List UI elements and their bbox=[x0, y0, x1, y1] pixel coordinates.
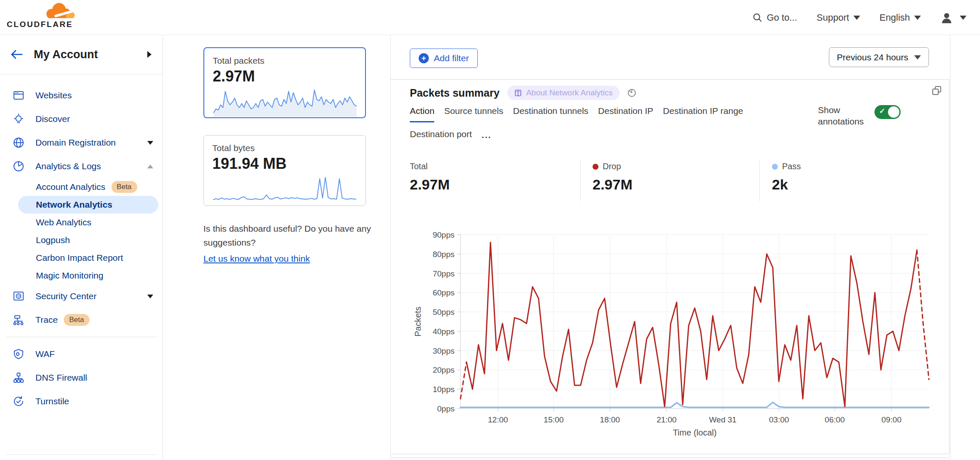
pass-dot bbox=[772, 164, 778, 170]
tab-action[interactable]: Action bbox=[410, 106, 434, 122]
chevron-down-icon bbox=[853, 16, 860, 20]
top-bar: CLOUDFLARE Go to... Support English bbox=[0, 0, 980, 35]
sidebar-item-magic-monitoring[interactable]: Magic Monitoring bbox=[0, 267, 162, 284]
sidebar-item-turnstile[interactable]: Turnstile bbox=[0, 390, 162, 413]
sidebar: My Account Websites Discover Domain Regi… bbox=[0, 35, 163, 460]
svg-text:10pps: 10pps bbox=[433, 385, 455, 394]
sidebar-item-label: Magic Monitoring bbox=[36, 271, 103, 281]
account-header: My Account bbox=[0, 35, 162, 74]
annotations-label: Show annotations bbox=[818, 104, 867, 127]
card-value: 2.97M bbox=[213, 68, 357, 85]
sidebar-item-network-analytics[interactable]: Network Analytics bbox=[18, 196, 158, 214]
sidebar-item-analytics-logs[interactable]: Analytics & Logs bbox=[0, 154, 162, 178]
time-range-label: Previous 24 hours bbox=[837, 52, 908, 62]
chevron-down-icon bbox=[914, 16, 921, 20]
sidebar-divider bbox=[6, 337, 157, 337]
sidebar-spacer bbox=[0, 413, 162, 449]
chevron-up-icon bbox=[147, 165, 153, 168]
refresh-check-icon bbox=[13, 395, 24, 407]
total-packets-card[interactable]: Total packets 2.97M bbox=[203, 47, 366, 118]
svg-text:03:00: 03:00 bbox=[769, 415, 789, 424]
svg-text:09:00: 09:00 bbox=[881, 415, 901, 424]
expand-panel-icon[interactable] bbox=[931, 85, 942, 96]
tab-destination-ip-range[interactable]: Destination IP range bbox=[663, 106, 743, 122]
legend-stats: Total 2.97M Drop 2.97M Pass 2k bbox=[391, 161, 949, 201]
support-menu[interactable]: Support bbox=[817, 12, 860, 23]
time-range-dropdown[interactable]: Previous 24 hours bbox=[829, 47, 929, 67]
cloudflare-logo: CLOUDFLARE bbox=[7, 3, 79, 29]
annotations-toggle[interactable]: ✓ bbox=[874, 105, 901, 119]
sidebar-item-dns-firewall[interactable]: DNS Firewall bbox=[0, 366, 162, 390]
sidebar-item-carbon-impact-report[interactable]: Carbon Impact Report bbox=[0, 249, 162, 267]
chevron-right-icon[interactable] bbox=[147, 51, 152, 58]
hierarchy-icon bbox=[13, 372, 24, 384]
language-label: English bbox=[880, 12, 910, 23]
svg-text:30pps: 30pps bbox=[433, 346, 455, 355]
add-filter-label: Add filter bbox=[434, 53, 469, 63]
chevron-down-icon bbox=[147, 295, 153, 298]
more-tabs-button[interactable]: ... bbox=[482, 129, 492, 144]
main-content: + Add filter Previous 24 hours Packets s… bbox=[390, 35, 980, 460]
sidebar-item-websites[interactable]: Websites bbox=[0, 84, 162, 107]
pie-info-icon[interactable] bbox=[627, 88, 636, 97]
shield-gear-icon bbox=[13, 348, 24, 360]
sidebar-item-domain-registration[interactable]: Domain Registration bbox=[0, 131, 162, 154]
stat-value: 2k bbox=[772, 176, 949, 193]
tab-destination-port[interactable]: Destination port bbox=[410, 129, 472, 144]
sidebar-item-logpush[interactable]: Logpush bbox=[0, 231, 162, 249]
account-menu[interactable] bbox=[940, 12, 966, 24]
network-icon bbox=[13, 314, 24, 326]
svg-text:50pps: 50pps bbox=[433, 308, 455, 317]
bytes-sparkline bbox=[212, 173, 358, 206]
feedback-question: Is this dashboard useful? Do you have an… bbox=[203, 222, 372, 249]
svg-text:80pps: 80pps bbox=[433, 250, 455, 259]
svg-text:06:00: 06:00 bbox=[825, 415, 845, 424]
search-icon bbox=[753, 13, 763, 23]
svg-text:20pps: 20pps bbox=[433, 365, 455, 374]
sidebar-item-account-analytics[interactable]: Account Analytics Beta bbox=[0, 178, 162, 196]
sidebar-item-label: Turnstile bbox=[35, 396, 69, 406]
feedback-block: Is this dashboard useful? Do you have an… bbox=[203, 222, 372, 266]
back-arrow-icon[interactable] bbox=[10, 49, 24, 60]
goto-search[interactable]: Go to... bbox=[753, 12, 797, 23]
feedback-link[interactable]: Let us know what you think bbox=[203, 252, 310, 266]
sidebar-item-label: Trace bbox=[35, 315, 58, 325]
sidebar-item-security-center[interactable]: Security Center bbox=[0, 284, 162, 308]
svg-text:15:00: 15:00 bbox=[544, 415, 564, 424]
account-name[interactable]: My Account bbox=[34, 48, 98, 61]
sidebar-divider bbox=[6, 455, 157, 455]
packets-time-series-chart[interactable]: 0pps10pps20pps30pps40pps50pps60pps70pps8… bbox=[393, 226, 942, 447]
add-filter-button[interactable]: + Add filter bbox=[410, 49, 478, 68]
sidebar-item-web-analytics[interactable]: Web Analytics bbox=[0, 214, 162, 231]
total-bytes-card[interactable]: Total bytes 191.94 MB bbox=[203, 135, 366, 206]
packets-summary-panel: Packets summary About Network Analytics … bbox=[391, 79, 950, 454]
chevron-down-icon bbox=[147, 141, 153, 145]
sidebar-nav: Websites Discover Domain Registration An… bbox=[0, 74, 162, 460]
sidebar-item-discover[interactable]: Discover bbox=[0, 107, 162, 131]
toolbar: + Add filter Previous 24 hours bbox=[410, 49, 929, 68]
browser-icon bbox=[13, 89, 24, 101]
tab-destination-ip[interactable]: Destination IP bbox=[598, 106, 653, 122]
sidebar-item-label: Websites bbox=[35, 90, 72, 100]
svg-text:90pps: 90pps bbox=[433, 230, 455, 239]
svg-text:18:00: 18:00 bbox=[600, 415, 620, 424]
sidebar-item-label: Account Analytics bbox=[36, 182, 106, 192]
about-network-analytics-badge[interactable]: About Network Analytics bbox=[507, 86, 620, 100]
sidebar-item-waf[interactable]: WAF bbox=[0, 342, 162, 366]
tab-destination-tunnels[interactable]: Destination tunnels bbox=[513, 106, 588, 122]
sidebar-item-label: Analytics & Logs bbox=[35, 161, 101, 171]
support-label: Support bbox=[817, 12, 849, 23]
sidebar-item-trace[interactable]: Trace Beta bbox=[0, 308, 162, 332]
sidebar-item-label: Discover bbox=[35, 114, 70, 124]
sidebar-item-label: Carbon Impact Report bbox=[36, 253, 123, 263]
stat-value: 2.97M bbox=[593, 176, 759, 193]
next-panel-edge bbox=[391, 457, 950, 460]
tab-source-tunnels[interactable]: Source tunnels bbox=[444, 106, 503, 122]
language-menu[interactable]: English bbox=[880, 12, 921, 23]
safe-icon bbox=[13, 290, 24, 302]
card-value: 191.94 MB bbox=[212, 155, 357, 173]
card-label: Total bytes bbox=[212, 143, 357, 153]
drop-dot bbox=[593, 164, 598, 170]
plus-icon: + bbox=[419, 53, 429, 63]
sidebar-item-label: Web Analytics bbox=[36, 217, 92, 227]
